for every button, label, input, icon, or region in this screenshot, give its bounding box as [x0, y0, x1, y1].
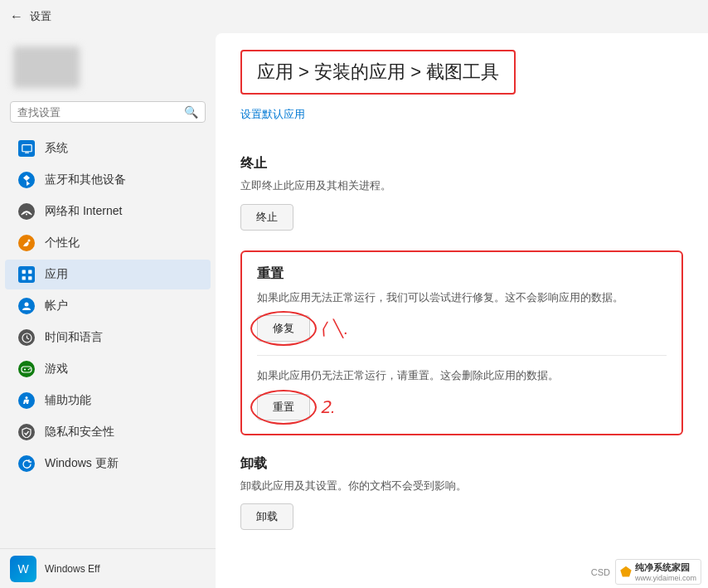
- repair-subsection: 如果此应用无法正常运行，我们可以尝试进行修复。这不会影响应用的数据。 修复 ⟨ …: [257, 289, 667, 343]
- uninstall-title: 卸载: [240, 455, 683, 473]
- back-button[interactable]: ←: [10, 9, 23, 24]
- time-icon: [18, 329, 35, 346]
- personal-icon: [18, 235, 35, 251]
- svg-point-13: [26, 396, 28, 399]
- terminate-desc: 立即终止此应用及其相关进程。: [240, 177, 683, 194]
- sidebar-label-privacy: 隐私和安全性: [45, 425, 114, 440]
- search-input[interactable]: [17, 106, 184, 119]
- svg-rect-6: [22, 276, 25, 279]
- svg-point-8: [25, 303, 29, 307]
- gaming-icon: [18, 361, 35, 377]
- sidebar-label-apps: 应用: [45, 267, 68, 282]
- sidebar-label-time: 时间和语言: [45, 330, 103, 345]
- sidebar-label-bluetooth: 蓝牙和其他设备: [45, 173, 126, 187]
- search-box: 🔍: [10, 101, 206, 123]
- bottom-app-name: Windows Eff: [45, 563, 99, 575]
- default-app-link[interactable]: 设置默认应用: [240, 107, 305, 122]
- terminate-section: 终止 立即终止此应用及其相关进程。 终止: [240, 155, 683, 231]
- sidebar-item-apps[interactable]: 应用: [5, 260, 211, 289]
- system-icon: [18, 140, 35, 157]
- svg-rect-7: [28, 276, 32, 279]
- sidebar-item-account[interactable]: 帐户: [5, 291, 211, 321]
- sidebar-label-personal: 个性化: [45, 236, 80, 250]
- reset-annotation-1: 𝟤.: [320, 397, 336, 417]
- repair-button-wrapper: 修复: [257, 315, 310, 342]
- avatar: [13, 46, 80, 88]
- reset-box: 重置 如果此应用无法正常运行，我们可以尝试进行修复。这不会影响应用的数据。 修复…: [240, 250, 683, 435]
- reset-desc: 如果此应用仍无法正常运行，请重置。这会删除此应用的数据。: [257, 367, 667, 384]
- svg-point-12: [29, 368, 31, 370]
- sidebar-label-account: 帐户: [45, 299, 68, 313]
- apps-icon: [18, 266, 35, 283]
- reset-button[interactable]: 重置: [257, 394, 310, 420]
- svg-rect-10: [22, 367, 32, 372]
- watermark-csd: CSD: [591, 567, 610, 577]
- bottom-bar: W Windows Eff: [0, 548, 216, 588]
- watermark-url: www.yidaimei.com: [635, 574, 696, 582]
- sidebar: 🔍 系统 蓝牙和其他设备 网络和 Internet 个性化: [0, 33, 216, 588]
- title-bar-text: 设置: [30, 9, 51, 24]
- terminate-title: 终止: [240, 155, 683, 173]
- svg-rect-1: [25, 152, 29, 153]
- repair-annotation-1: ⟨: [320, 318, 327, 338]
- sidebar-item-update[interactable]: Windows 更新: [5, 449, 211, 479]
- sidebar-item-network[interactable]: 网络和 Internet: [5, 197, 211, 226]
- content-area: 应用 > 安装的应用 > 截图工具 设置默认应用 终止 立即终止此应用及其相关进…: [216, 33, 708, 588]
- uninstall-section: 卸载 卸载此应用及其设置。你的文档不会受到影响。 卸载: [240, 455, 683, 531]
- breadcrumb-header: 应用 > 安装的应用 > 截图工具: [240, 50, 516, 95]
- svg-rect-5: [28, 270, 32, 273]
- sidebar-item-access[interactable]: 辅助功能: [5, 386, 211, 415]
- title-bar: ← 设置: [0, 0, 708, 33]
- sidebar-label-gaming: 游戏: [45, 362, 68, 377]
- reset-title: 重置: [257, 265, 667, 283]
- network-icon: [18, 203, 35, 220]
- sidebar-item-bluetooth[interactable]: 蓝牙和其他设备: [5, 165, 211, 195]
- svg-rect-4: [22, 270, 25, 273]
- reset-button-wrapper: 重置: [257, 394, 310, 420]
- watermark: CSD ⬟ 纯净系统家园 www.yidaimei.com: [591, 559, 701, 585]
- svg-rect-0: [22, 144, 31, 151]
- sidebar-item-privacy[interactable]: 隐私和安全性: [5, 417, 211, 447]
- svg-point-2: [26, 214, 27, 216]
- sidebar-label-system: 系统: [45, 141, 68, 156]
- bottom-app-icon: W: [10, 556, 36, 582]
- account-icon: [18, 298, 35, 314]
- sidebar-label-network: 网络和 Internet: [45, 204, 122, 219]
- sidebar-item-personal[interactable]: 个性化: [5, 228, 211, 258]
- repair-annotation-2: ╲.: [333, 318, 348, 338]
- search-icon: 🔍: [184, 105, 198, 119]
- watermark-badge: ⬟ 纯净系统家园 www.yidaimei.com: [615, 559, 701, 585]
- update-icon: [18, 455, 35, 472]
- svg-point-11: [28, 369, 30, 371]
- repair-desc: 如果此应用无法正常运行，我们可以尝试进行修复。这不会影响应用的数据。: [257, 289, 667, 306]
- svg-point-3: [28, 240, 31, 242]
- sidebar-item-gaming[interactable]: 游戏: [5, 354, 211, 384]
- repair-button[interactable]: 修复: [257, 315, 310, 342]
- sidebar-item-time[interactable]: 时间和语言: [5, 323, 211, 352]
- access-icon: [18, 392, 35, 409]
- reset-subsection: 如果此应用仍无法正常运行，请重置。这会删除此应用的数据。 重置 𝟤.: [257, 367, 667, 420]
- watermark-site: 纯净系统家园: [635, 561, 696, 574]
- uninstall-button[interactable]: 卸载: [240, 503, 293, 530]
- uninstall-desc: 卸载此应用及其设置。你的文档不会受到影响。: [240, 478, 683, 494]
- app-body: 🔍 系统 蓝牙和其他设备 网络和 Internet 个性化: [0, 33, 708, 588]
- sidebar-label-update: Windows 更新: [45, 456, 119, 471]
- reset-divider: [257, 355, 667, 356]
- terminate-button[interactable]: 终止: [240, 204, 293, 231]
- sidebar-label-access: 辅助功能: [45, 393, 91, 408]
- bluetooth-icon: [18, 172, 35, 188]
- sidebar-item-system[interactable]: 系统: [5, 134, 211, 163]
- breadcrumb-text: 应用 > 安装的应用 > 截图工具: [257, 61, 499, 82]
- privacy-icon: [18, 424, 35, 440]
